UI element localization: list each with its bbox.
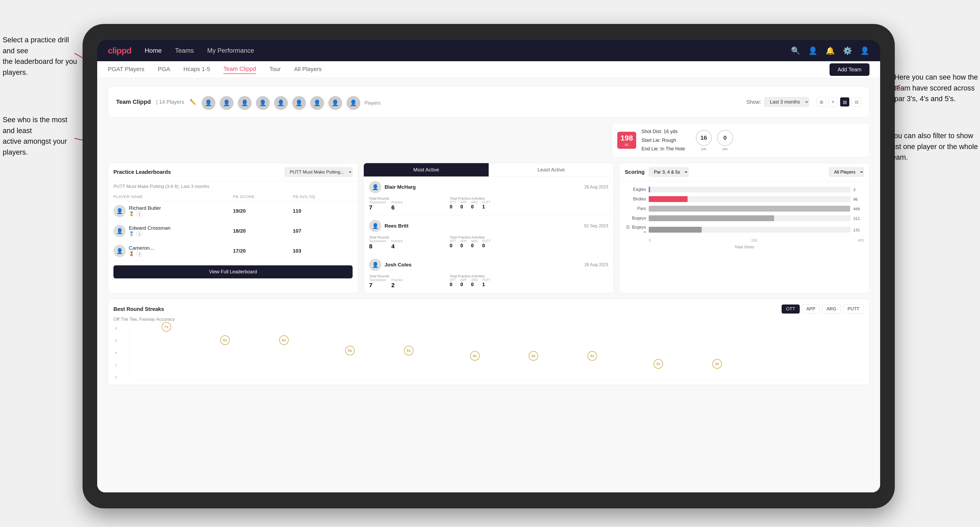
silver-badge-icon: 🥈 — [129, 232, 134, 236]
activity-player-header-1: 👤 Blair McHarg 26 Aug 2023 — [369, 181, 608, 193]
activity-avatar-rees: 👤 — [369, 220, 381, 232]
sub-nav-hcaps[interactable]: Hcaps 1-5 — [183, 66, 210, 74]
activity-stats-rees: Total Rounds Tournament8 Practice4 Total… — [369, 235, 608, 250]
sub-nav-tour[interactable]: Tour — [269, 66, 281, 74]
rank-2: 2 — [136, 231, 142, 237]
player-info-1: 👤 Richard Butler 🏅 1 — [113, 205, 233, 217]
total-practice-group-rees: Total Practice Activities OTT0 APP0 ARG0… — [450, 235, 608, 250]
avatar-icon[interactable]: 👤 — [860, 46, 870, 55]
player-avatar-6[interactable]: 👤 — [292, 96, 306, 110]
list-view-btn[interactable]: ≡ — [828, 97, 838, 107]
activity-player-header-2: 👤 Rees Britt 02 Sep 2023 — [369, 220, 608, 232]
players-label: Players — [364, 100, 380, 106]
add-team-button[interactable]: Add Team — [829, 63, 870, 76]
streak-dot: 5x — [345, 346, 355, 355]
practice-josh: 2 — [391, 282, 402, 289]
team-title: Team Clippd — [116, 98, 151, 105]
streak-dot: 4x — [587, 351, 597, 360]
player-avatar-7[interactable]: 👤 — [310, 96, 324, 110]
team-count: | 14 Players — [156, 99, 184, 105]
ott-filter-btn[interactable]: OTT — [781, 305, 800, 314]
app-filter-btn[interactable]: APP — [802, 305, 820, 314]
show-label: Show: — [746, 99, 761, 105]
activity-player-1: 👤 Blair McHarg 26 Aug 2023 Total Rounds … — [364, 177, 614, 216]
tournament-josh: 7 — [369, 282, 386, 289]
bell-icon[interactable]: 🔔 — [826, 46, 835, 55]
bar-chart-row: Pars499 — [625, 206, 864, 211]
team-header: Team Clippd | 14 Players ✏️ 👤 👤 👤 👤 👤 👤 … — [108, 86, 870, 117]
players-row: 👤 👤 👤 👤 👤 👤 👤 👤 👤 Players — [202, 96, 380, 110]
total-rounds-group-rees: Total Rounds Tournament8 Practice4 — [369, 235, 447, 250]
total-rounds-group: Total Rounds Tournament 7 Practice 6 — [369, 197, 447, 211]
sub-nav-pga[interactable]: PGA — [158, 66, 170, 74]
players-filter-select[interactable]: All Players — [829, 167, 864, 177]
leaderboard-title: Practice Leaderboards — [113, 169, 171, 175]
show-period-select[interactable]: Last 3 months Last 6 months Last year — [764, 97, 809, 107]
ott-val-blair: 0 — [450, 204, 456, 210]
total-practice-group-josh: Total Practice Activities OTT0 APP0 ARG0… — [450, 274, 608, 289]
drill-select[interactable]: PUTT Must Make Putting... — [285, 167, 353, 177]
card-view-btn[interactable]: ▤ — [840, 97, 850, 107]
activity-date-rees: 02 Sep 2023 — [584, 224, 608, 229]
player-avatar-9[interactable]: 👤 — [347, 96, 360, 110]
putt-filter-btn[interactable]: PUTT — [843, 305, 864, 314]
shot-card: 198 sc Shot Dist: 16 yds Start Lie: Roug… — [612, 123, 870, 157]
yds-left-circle: 16 — [696, 130, 712, 146]
player-avatar-8[interactable]: 👤 — [328, 96, 342, 110]
bar-chart-row: D. Bogeys +131 — [625, 225, 864, 235]
player-avatar-5[interactable]: 👤 — [274, 96, 288, 110]
rank-3: 3 — [136, 251, 142, 257]
table-row: 👤 Edward Crossman 🥈 2 18/20 107 — [108, 221, 358, 241]
activity-date-blair: 26 Aug 2023 — [584, 185, 608, 189]
sub-nav-all-players[interactable]: All Players — [294, 66, 322, 74]
total-practice-group: Total Practice Activities OTT0 APP0 ARG0… — [450, 197, 608, 211]
arg-filter-btn[interactable]: ARG — [822, 305, 841, 314]
least-active-tab[interactable]: Least Active — [488, 163, 614, 176]
edit-icon[interactable]: ✏️ — [189, 99, 196, 105]
filter-btn[interactable]: ⊟ — [852, 97, 861, 107]
player-avatar-cameron: 👤 — [113, 245, 126, 257]
nav-teams[interactable]: Teams — [175, 47, 194, 54]
player-avatar-1[interactable]: 👤 — [202, 96, 215, 110]
sub-nav-team-clippd[interactable]: Team Clippd — [223, 65, 256, 74]
avg-3: 103 — [293, 248, 353, 254]
streak-dot: 3x — [654, 359, 663, 368]
person-icon[interactable]: 👤 — [808, 46, 818, 55]
nav-performance[interactable]: My Performance — [207, 47, 254, 54]
player-avatar-4[interactable]: 👤 — [256, 96, 270, 110]
streak-dot: 5x — [404, 346, 414, 355]
par-filter-select[interactable]: Par 3, 4 & 5s Par 3s Par 4s Par 5s — [649, 167, 688, 177]
player-avatar-2[interactable]: 👤 — [220, 96, 234, 110]
activity-stats-blair: Total Rounds Tournament 7 Practice 6 — [369, 197, 608, 211]
table-row: 👤 Richard Butler 🏅 1 19/20 110 — [108, 201, 358, 221]
nav-home[interactable]: Home — [145, 47, 162, 54]
total-rounds-group-josh: Total Rounds Tournament7 Practice2 — [369, 274, 447, 289]
streak-dot: 6x — [220, 335, 230, 345]
streaks-chart: 86420 7x6x6x5x5x4x4x4x3x3x — [129, 326, 864, 379]
grid-view-btn[interactable]: ⊞ — [816, 97, 826, 107]
tournament-label: Tournament — [369, 200, 386, 204]
sub-nav-pgat[interactable]: PGAT Players — [108, 66, 144, 74]
streaks-y-axis: 86420 — [115, 326, 117, 379]
sub-nav: PGAT Players PGA Hcaps 1-5 Team Clippd T… — [97, 61, 880, 78]
player-avatar-3[interactable]: 👤 — [238, 96, 252, 110]
view-full-leaderboard-button[interactable]: View Full Leaderboard — [113, 265, 353, 278]
most-active-tab[interactable]: Most Active — [364, 163, 488, 176]
practice-rees: 4 — [391, 243, 402, 250]
settings-icon[interactable]: ⚙️ — [843, 46, 852, 55]
activity-card: Most Active Least Active 👤 Blair McHarg … — [363, 163, 614, 294]
practice-val-blair: 6 — [391, 204, 402, 211]
shot-dist-badge: 198 sc — [617, 132, 636, 149]
player-name-3: Cameron... — [129, 245, 154, 251]
nav-links: Home Teams My Performance — [145, 47, 254, 54]
tournament-val-blair: 7 — [369, 204, 386, 211]
activity-name-rees: Rees Britt — [385, 223, 409, 229]
bar-chart-row: Bogeys311 — [625, 215, 864, 221]
activity-player-header-3: 👤 Josh Coles 26 Aug 2023 — [369, 259, 608, 271]
nav-icons: 🔍 👤 🔔 ⚙️ 👤 — [791, 46, 870, 55]
streaks-header: Best Round Streaks OTT APP ARG PUTT — [113, 305, 864, 314]
gold-badge-icon: 🏅 — [129, 211, 134, 216]
player-name-2: Edward Crossman — [129, 225, 170, 231]
search-icon[interactable]: 🔍 — [791, 46, 800, 55]
leaderboard-card-header: Practice Leaderboards PUTT Must Make Put… — [108, 163, 358, 181]
